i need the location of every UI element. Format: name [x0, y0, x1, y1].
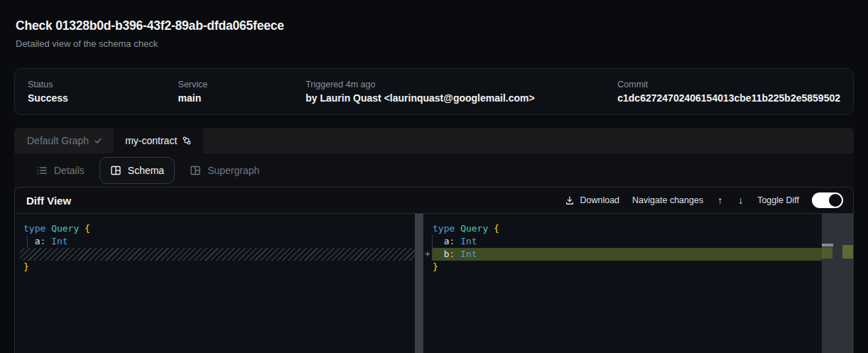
check-icon [94, 136, 102, 145]
commit-column: Commit c1dc62724702406154013cbe11b225b2e… [617, 80, 840, 104]
added-line-marker: + [423, 248, 433, 261]
arrow-down-icon: ↓ [738, 195, 743, 206]
code-line: type Query { [433, 222, 499, 235]
code-line: a: Int [433, 235, 499, 248]
check-content-panel: Details Schema Supergraph Diff View [14, 153, 854, 353]
tab-details[interactable]: Details [26, 157, 95, 184]
navigate-changes-label: Navigate changes [632, 195, 703, 205]
commit-value: c1dc62724702406154013cbe11b225b2e5859502 [617, 92, 840, 104]
overview-ruler-added-marker [842, 245, 853, 259]
columns-icon [190, 165, 201, 176]
tab-supergraph[interactable]: Supergraph [179, 157, 270, 184]
status-label: Status [28, 80, 178, 89]
diff-pane-modified: type Query { a: Int b: Int} [433, 222, 499, 273]
previous-change-button[interactable]: ↑ [716, 195, 724, 206]
tab-schema-label: Schema [128, 165, 164, 176]
diff-controls: Download Navigate changes ↑ ↓ Toggle Dif… [565, 192, 843, 208]
download-label: Download [580, 195, 619, 205]
tab-details-label: Details [54, 165, 85, 176]
diff-pane-original: type Query { a: Int} [23, 222, 90, 273]
service-value: main [178, 92, 306, 104]
commit-label: Commit [617, 80, 840, 89]
status-value: Success [28, 92, 178, 104]
service-label: Service [178, 80, 306, 89]
minimap-added-marker [822, 247, 832, 259]
tab-my-contract[interactable]: my-contract [114, 128, 203, 153]
tab-supergraph-label: Supergraph [207, 165, 259, 176]
schema-diff-editor[interactable]: + type Query { a: Int} type Query { a: I… [15, 214, 853, 353]
next-change-button[interactable]: ↓ [737, 195, 744, 206]
code-line: } [433, 261, 499, 273]
triggered-column: Triggered 4m ago by Laurin Quast <laurin… [305, 80, 617, 104]
service-column: Service main [178, 80, 306, 104]
tab-default-graph-label: Default Graph [27, 135, 89, 146]
toggle-knob [829, 194, 842, 207]
graph-tab-strip: Default Graph my-contract [14, 128, 854, 153]
diff-card: Diff View Download Navigate changes ↑ ↓ [14, 187, 854, 353]
tab-my-contract-label: my-contract [125, 135, 177, 146]
minimap-slider[interactable] [822, 244, 833, 246]
code-line: } [23, 261, 90, 273]
tab-schema[interactable]: Schema [99, 157, 175, 184]
schema-check-page: Check 01328b0d-b396-43f2-89ab-dfda065fee… [0, 0, 868, 353]
toggle-diff-label: Toggle Diff [757, 195, 799, 205]
left-pane-scrollbar[interactable] [415, 214, 423, 353]
page-subtitle: Detailed view of the schema check [16, 38, 284, 49]
diff-view-title: Diff View [26, 195, 71, 207]
added-code-line: b: Int [433, 248, 499, 261]
view-tabs: Details Schema Supergraph [14, 153, 854, 187]
download-button[interactable]: Download [565, 195, 619, 205]
tab-default-graph[interactable]: Default Graph [14, 128, 114, 153]
code-line: type Query { [23, 222, 90, 235]
list-icon [36, 165, 48, 176]
download-icon [565, 195, 575, 205]
diff-header: Diff View Download Navigate changes ↑ ↓ [15, 188, 853, 214]
arrow-up-icon: ↑ [717, 195, 722, 206]
check-summary-card: Status Success Service main Triggered 4m… [14, 68, 854, 115]
columns-icon [110, 165, 121, 176]
page-title: Check 01328b0d-b396-43f2-89ab-dfda065fee… [16, 18, 284, 33]
status-column: Status Success [28, 80, 178, 104]
code-line: a: Int [23, 235, 90, 248]
git-compare-icon [182, 136, 192, 146]
toggle-diff-switch[interactable] [812, 192, 843, 208]
triggered-label: Triggered 4m ago [305, 80, 617, 89]
minimap-and-overview-ruler[interactable] [822, 214, 853, 353]
diff-placeholder-line [23, 248, 90, 261]
page-header: Check 01328b0d-b396-43f2-89ab-dfda065fee… [16, 18, 284, 49]
triggered-value: by Laurin Quast <laurinquast@googlemail.… [305, 92, 617, 104]
